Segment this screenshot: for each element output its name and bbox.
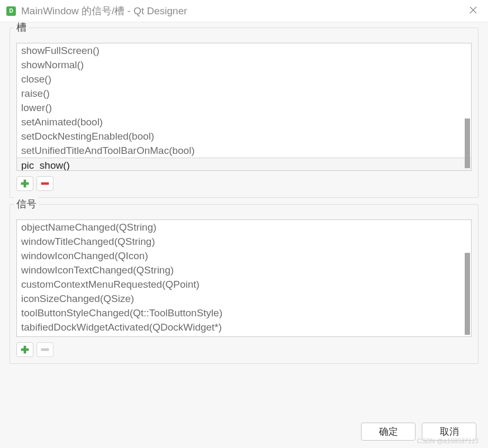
list-item[interactable]: customContextMenuRequested(QPoint): [17, 277, 471, 291]
remove-slot-button[interactable]: [37, 176, 53, 191]
svg-rect-7: [41, 349, 49, 351]
scrollbar-thumb[interactable]: [465, 118, 470, 168]
svg-rect-3: [21, 182, 29, 185]
plus-icon: [21, 345, 29, 354]
svg-rect-4: [41, 182, 49, 185]
list-item[interactable]: raise(): [17, 86, 471, 100]
svg-rect-6: [21, 349, 29, 351]
signals-group: 信号 objectNameChanged(QString)windowTitle…: [10, 204, 478, 364]
slots-label: 槽: [14, 21, 29, 34]
list-item[interactable]: setUnifiedTitleAndToolBarOnMac(bool): [17, 143, 471, 158]
slots-group: 槽 showFullScreen()showNormal()close()rai…: [10, 28, 478, 198]
list-item[interactable]: showFullScreen(): [17, 43, 471, 58]
scrollbar[interactable]: [463, 221, 470, 335]
slots-list[interactable]: showFullScreen()showNormal()close()raise…: [16, 43, 472, 171]
dialog-body: 槽 showFullScreen()showNormal()close()rai…: [0, 22, 488, 448]
slots-button-row: [16, 176, 472, 191]
list-item[interactable]: pic_show(): [17, 158, 471, 171]
list-item[interactable]: objectNameChanged(QString): [17, 220, 471, 234]
remove-signal-button[interactable]: [37, 342, 53, 357]
plus-icon: [21, 179, 29, 188]
signals-label: 信号: [14, 197, 39, 211]
list-item[interactable]: iconSizeChanged(QSize): [17, 291, 471, 306]
list-item[interactable]: tabifiedDockWidgetActivated(QDockWidget*…: [17, 320, 471, 334]
signals-button-row: [16, 342, 472, 357]
scrollbar[interactable]: [463, 44, 470, 169]
close-icon[interactable]: [465, 3, 482, 19]
add-signal-button[interactable]: [16, 342, 33, 357]
window-title: MainWindow 的信号/槽 - Qt Designer: [21, 4, 465, 18]
titlebar: D MainWindow 的信号/槽 - Qt Designer: [0, 0, 488, 22]
list-item[interactable]: toolButtonStyleChanged(Qt::ToolButtonSty…: [17, 306, 471, 320]
add-slot-button[interactable]: [16, 176, 33, 191]
list-item[interactable]: windowTitleChanged(QString): [17, 234, 471, 249]
scrollbar-thumb[interactable]: [465, 253, 470, 335]
minus-icon: [41, 345, 49, 354]
cancel-button[interactable]: 取消: [422, 423, 476, 441]
list-item[interactable]: showNormal(): [17, 58, 471, 72]
list-item[interactable]: lower(): [17, 100, 471, 115]
list-item[interactable]: windowIconTextChanged(QString): [17, 263, 471, 277]
app-icon: D: [6, 6, 16, 16]
list-item[interactable]: setDockNestingEnabled(bool): [17, 129, 471, 143]
list-item[interactable]: windowIconChanged(QIcon): [17, 249, 471, 263]
list-item[interactable]: setAnimated(bool): [17, 115, 471, 129]
ok-button[interactable]: 确定: [361, 423, 415, 441]
list-item[interactable]: close(): [17, 72, 471, 86]
signals-list[interactable]: objectNameChanged(QString)windowTitleCha…: [16, 220, 472, 337]
minus-icon: [41, 179, 49, 188]
dialog-button-row: 确定 取消: [10, 415, 478, 448]
